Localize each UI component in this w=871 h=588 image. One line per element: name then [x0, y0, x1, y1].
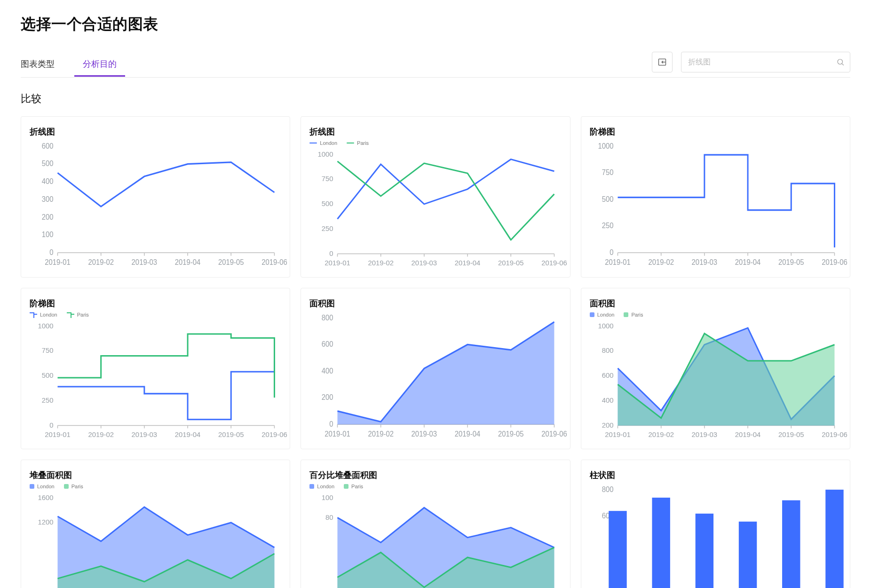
- svg-text:2019-02: 2019-02: [648, 258, 674, 267]
- page-title: 选择一个合适的图表: [21, 14, 850, 35]
- svg-text:2019-03: 2019-03: [691, 258, 717, 267]
- search-input[interactable]: [681, 52, 850, 72]
- svg-text:0: 0: [330, 249, 333, 257]
- svg-text:2019-04: 2019-04: [455, 259, 481, 267]
- tab-chart-type[interactable]: 图表类型: [21, 53, 55, 76]
- svg-text:500: 500: [42, 371, 54, 379]
- svg-text:2019-06: 2019-06: [822, 258, 847, 267]
- svg-text:2019-01: 2019-01: [325, 429, 351, 438]
- svg-rect-161: [695, 513, 713, 588]
- svg-text:750: 750: [322, 175, 333, 183]
- chart-card-title: 面积图: [590, 298, 841, 309]
- svg-text:0: 0: [610, 248, 614, 256]
- chart-card-title: 阶梯图: [590, 126, 841, 137]
- svg-point-2: [838, 59, 843, 64]
- chart-card-title: 折线图: [309, 126, 561, 137]
- svg-text:2019-05: 2019-05: [498, 429, 524, 438]
- svg-text:2019-04: 2019-04: [455, 429, 481, 438]
- svg-rect-159: [609, 511, 626, 588]
- svg-text:2019-06: 2019-06: [542, 259, 568, 267]
- svg-text:2019-01: 2019-01: [605, 430, 631, 438]
- svg-text:2019-01: 2019-01: [45, 258, 71, 267]
- chart-card-line-single[interactable]: 折线图 01002003004005006002019-012019-02201…: [21, 116, 290, 278]
- svg-text:2019-06: 2019-06: [261, 258, 287, 267]
- svg-text:250: 250: [42, 396, 54, 404]
- svg-text:2019-03: 2019-03: [132, 430, 158, 438]
- svg-text:250: 250: [602, 222, 613, 230]
- svg-text:2019-04: 2019-04: [735, 258, 760, 267]
- svg-text:800: 800: [322, 313, 333, 322]
- svg-text:0: 0: [49, 248, 54, 256]
- svg-text:0: 0: [330, 420, 334, 428]
- svg-text:1000: 1000: [598, 142, 613, 150]
- section-title-compare: 比较: [21, 92, 850, 106]
- chart-card-title: 堆叠面积图: [30, 469, 281, 481]
- svg-text:2019-05: 2019-05: [498, 259, 524, 267]
- collapse-button[interactable]: [652, 52, 673, 72]
- chart-legend: London Paris: [30, 312, 281, 318]
- svg-text:200: 200: [42, 213, 54, 221]
- svg-text:100: 100: [322, 493, 333, 501]
- svg-text:500: 500: [42, 159, 54, 168]
- svg-text:2019-03: 2019-03: [132, 258, 158, 267]
- svg-text:0: 0: [49, 421, 53, 429]
- svg-text:600: 600: [322, 340, 333, 349]
- chart-legend: London Paris: [30, 484, 281, 489]
- svg-text:1200: 1200: [38, 518, 54, 526]
- toolbar: 图表类型 分析目的: [21, 52, 850, 78]
- svg-text:100: 100: [42, 230, 54, 239]
- svg-text:2019-05: 2019-05: [778, 430, 804, 438]
- svg-text:2019-04: 2019-04: [735, 430, 760, 438]
- svg-text:2019-03: 2019-03: [412, 429, 437, 438]
- svg-text:2019-04: 2019-04: [175, 258, 201, 267]
- svg-text:2019-02: 2019-02: [368, 429, 394, 438]
- svg-text:2019-02: 2019-02: [88, 258, 114, 267]
- chart-card-percent-stacked-area[interactable]: 百分比堆叠面积图 London Paris 801002019-012019-0…: [301, 460, 570, 588]
- chart-card-bar[interactable]: 柱状图 6008002019-012019-022019-032019-0420…: [581, 460, 850, 588]
- chart-grid: 折线图 01002003004005006002019-012019-02201…: [21, 116, 850, 449]
- chart-card-title: 百分比堆叠面积图: [309, 469, 561, 481]
- svg-text:2019-01: 2019-01: [45, 430, 71, 438]
- chart-card-area-multi[interactable]: 面积图 London Paris 20040060080010002019-01…: [581, 288, 850, 449]
- svg-text:500: 500: [602, 195, 613, 203]
- chart-card-title: 面积图: [309, 298, 561, 309]
- chart-card-step-multi[interactable]: 阶梯图 London Paris 025050075010002019-0120…: [21, 288, 290, 449]
- svg-text:2019-04: 2019-04: [175, 430, 201, 438]
- svg-text:750: 750: [42, 346, 54, 354]
- chart-legend: London Paris: [309, 140, 561, 146]
- svg-text:300: 300: [42, 195, 54, 203]
- svg-text:2019-03: 2019-03: [691, 430, 717, 438]
- chart-card-line-multi[interactable]: 折线图 London Paris 025050075010002019-0120…: [301, 116, 570, 278]
- svg-rect-164: [825, 489, 843, 588]
- svg-text:600: 600: [42, 142, 54, 150]
- chart-legend: London Paris: [309, 484, 561, 489]
- svg-rect-162: [739, 521, 757, 588]
- svg-text:80: 80: [325, 513, 333, 521]
- svg-rect-160: [652, 497, 670, 588]
- chart-card-stacked-area[interactable]: 堆叠面积图 London Paris 120016002019-012019-0…: [21, 460, 290, 588]
- svg-text:2019-02: 2019-02: [88, 430, 114, 438]
- chart-card-title: 折线图: [30, 126, 281, 137]
- svg-text:2019-06: 2019-06: [261, 430, 287, 438]
- svg-text:750: 750: [602, 168, 613, 177]
- chart-card-area-single[interactable]: 面积图 02004006008002019-012019-022019-0320…: [301, 288, 570, 449]
- chart-card-step-single[interactable]: 阶梯图 025050075010002019-012019-022019-032…: [581, 116, 850, 278]
- svg-text:2019-03: 2019-03: [412, 259, 437, 267]
- svg-text:500: 500: [322, 199, 333, 207]
- chart-card-title: 阶梯图: [30, 298, 281, 309]
- svg-rect-163: [782, 500, 800, 588]
- svg-text:2019-05: 2019-05: [218, 430, 244, 438]
- svg-text:400: 400: [322, 366, 333, 375]
- chart-legend: London Paris: [590, 312, 841, 318]
- svg-text:2019-05: 2019-05: [218, 258, 244, 267]
- svg-text:400: 400: [42, 177, 54, 186]
- svg-text:800: 800: [602, 485, 613, 493]
- chart-card-title: 柱状图: [590, 469, 841, 481]
- tab-analysis-goal[interactable]: 分析目的: [83, 53, 117, 76]
- svg-text:2019-02: 2019-02: [368, 259, 394, 267]
- svg-text:200: 200: [322, 393, 333, 402]
- tabs: 图表类型 分析目的: [21, 53, 117, 76]
- collapse-icon: [657, 57, 667, 67]
- search-icon: [836, 58, 845, 66]
- svg-text:1000: 1000: [318, 150, 333, 158]
